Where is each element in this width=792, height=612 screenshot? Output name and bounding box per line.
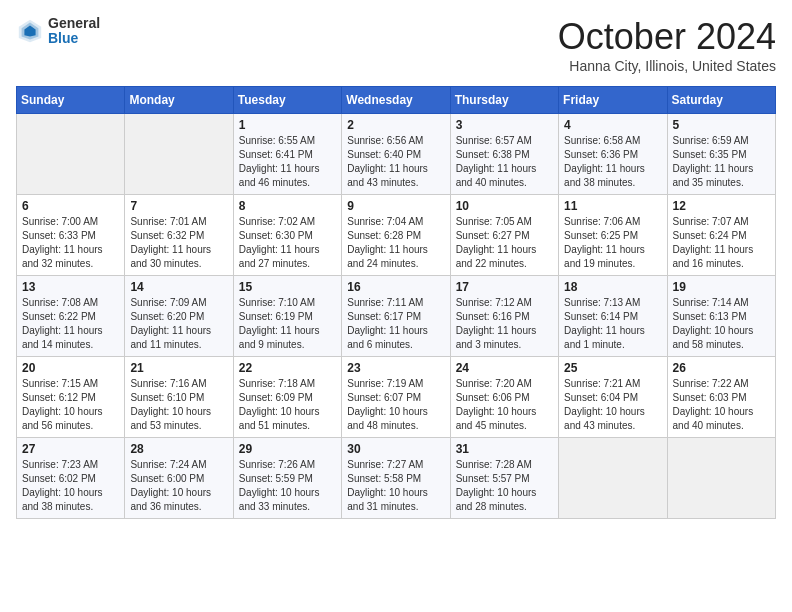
day-info: Sunrise: 7:21 AM Sunset: 6:04 PM Dayligh… bbox=[564, 377, 661, 433]
day-number: 12 bbox=[673, 199, 770, 213]
day-number: 28 bbox=[130, 442, 227, 456]
weekday-header-monday: Monday bbox=[125, 87, 233, 114]
calendar-cell bbox=[125, 114, 233, 195]
day-number: 27 bbox=[22, 442, 119, 456]
calendar-cell: 1Sunrise: 6:55 AM Sunset: 6:41 PM Daylig… bbox=[233, 114, 341, 195]
day-info: Sunrise: 7:22 AM Sunset: 6:03 PM Dayligh… bbox=[673, 377, 770, 433]
day-number: 20 bbox=[22, 361, 119, 375]
day-number: 26 bbox=[673, 361, 770, 375]
calendar-cell: 8Sunrise: 7:02 AM Sunset: 6:30 PM Daylig… bbox=[233, 195, 341, 276]
calendar-cell: 10Sunrise: 7:05 AM Sunset: 6:27 PM Dayli… bbox=[450, 195, 558, 276]
logo-icon bbox=[16, 17, 44, 45]
calendar-cell: 17Sunrise: 7:12 AM Sunset: 6:16 PM Dayli… bbox=[450, 276, 558, 357]
logo-general-text: General bbox=[48, 16, 100, 31]
logo: General Blue bbox=[16, 16, 100, 47]
calendar-cell: 29Sunrise: 7:26 AM Sunset: 5:59 PM Dayli… bbox=[233, 438, 341, 519]
logo-blue-text: Blue bbox=[48, 31, 100, 46]
day-info: Sunrise: 7:00 AM Sunset: 6:33 PM Dayligh… bbox=[22, 215, 119, 271]
calendar-cell: 2Sunrise: 6:56 AM Sunset: 6:40 PM Daylig… bbox=[342, 114, 450, 195]
calendar-week-4: 20Sunrise: 7:15 AM Sunset: 6:12 PM Dayli… bbox=[17, 357, 776, 438]
day-number: 17 bbox=[456, 280, 553, 294]
day-number: 29 bbox=[239, 442, 336, 456]
day-number: 14 bbox=[130, 280, 227, 294]
calendar-week-5: 27Sunrise: 7:23 AM Sunset: 6:02 PM Dayli… bbox=[17, 438, 776, 519]
day-info: Sunrise: 6:57 AM Sunset: 6:38 PM Dayligh… bbox=[456, 134, 553, 190]
weekday-header-saturday: Saturday bbox=[667, 87, 775, 114]
month-title: October 2024 bbox=[558, 16, 776, 58]
weekday-header-sunday: Sunday bbox=[17, 87, 125, 114]
day-info: Sunrise: 7:07 AM Sunset: 6:24 PM Dayligh… bbox=[673, 215, 770, 271]
calendar-cell: 4Sunrise: 6:58 AM Sunset: 6:36 PM Daylig… bbox=[559, 114, 667, 195]
day-number: 16 bbox=[347, 280, 444, 294]
calendar-cell: 20Sunrise: 7:15 AM Sunset: 6:12 PM Dayli… bbox=[17, 357, 125, 438]
calendar-cell: 22Sunrise: 7:18 AM Sunset: 6:09 PM Dayli… bbox=[233, 357, 341, 438]
day-number: 15 bbox=[239, 280, 336, 294]
day-info: Sunrise: 7:06 AM Sunset: 6:25 PM Dayligh… bbox=[564, 215, 661, 271]
day-info: Sunrise: 7:09 AM Sunset: 6:20 PM Dayligh… bbox=[130, 296, 227, 352]
day-info: Sunrise: 6:58 AM Sunset: 6:36 PM Dayligh… bbox=[564, 134, 661, 190]
calendar-cell: 23Sunrise: 7:19 AM Sunset: 6:07 PM Dayli… bbox=[342, 357, 450, 438]
day-info: Sunrise: 7:13 AM Sunset: 6:14 PM Dayligh… bbox=[564, 296, 661, 352]
day-number: 1 bbox=[239, 118, 336, 132]
calendar-cell bbox=[559, 438, 667, 519]
calendar-table: SundayMondayTuesdayWednesdayThursdayFrid… bbox=[16, 86, 776, 519]
calendar-cell: 28Sunrise: 7:24 AM Sunset: 6:00 PM Dayli… bbox=[125, 438, 233, 519]
day-number: 30 bbox=[347, 442, 444, 456]
day-info: Sunrise: 7:14 AM Sunset: 6:13 PM Dayligh… bbox=[673, 296, 770, 352]
day-info: Sunrise: 7:04 AM Sunset: 6:28 PM Dayligh… bbox=[347, 215, 444, 271]
day-number: 9 bbox=[347, 199, 444, 213]
day-number: 8 bbox=[239, 199, 336, 213]
calendar-cell: 3Sunrise: 6:57 AM Sunset: 6:38 PM Daylig… bbox=[450, 114, 558, 195]
day-info: Sunrise: 7:15 AM Sunset: 6:12 PM Dayligh… bbox=[22, 377, 119, 433]
calendar-cell: 15Sunrise: 7:10 AM Sunset: 6:19 PM Dayli… bbox=[233, 276, 341, 357]
page-header: General Blue October 2024 Hanna City, Il… bbox=[16, 16, 776, 74]
day-info: Sunrise: 7:08 AM Sunset: 6:22 PM Dayligh… bbox=[22, 296, 119, 352]
day-info: Sunrise: 7:27 AM Sunset: 5:58 PM Dayligh… bbox=[347, 458, 444, 514]
calendar-cell: 25Sunrise: 7:21 AM Sunset: 6:04 PM Dayli… bbox=[559, 357, 667, 438]
calendar-cell: 19Sunrise: 7:14 AM Sunset: 6:13 PM Dayli… bbox=[667, 276, 775, 357]
day-number: 25 bbox=[564, 361, 661, 375]
day-number: 13 bbox=[22, 280, 119, 294]
day-info: Sunrise: 7:02 AM Sunset: 6:30 PM Dayligh… bbox=[239, 215, 336, 271]
calendar-cell: 24Sunrise: 7:20 AM Sunset: 6:06 PM Dayli… bbox=[450, 357, 558, 438]
day-number: 23 bbox=[347, 361, 444, 375]
calendar-cell: 16Sunrise: 7:11 AM Sunset: 6:17 PM Dayli… bbox=[342, 276, 450, 357]
day-info: Sunrise: 7:05 AM Sunset: 6:27 PM Dayligh… bbox=[456, 215, 553, 271]
day-info: Sunrise: 7:18 AM Sunset: 6:09 PM Dayligh… bbox=[239, 377, 336, 433]
day-number: 24 bbox=[456, 361, 553, 375]
day-info: Sunrise: 7:16 AM Sunset: 6:10 PM Dayligh… bbox=[130, 377, 227, 433]
day-number: 22 bbox=[239, 361, 336, 375]
calendar-cell: 14Sunrise: 7:09 AM Sunset: 6:20 PM Dayli… bbox=[125, 276, 233, 357]
calendar-cell: 13Sunrise: 7:08 AM Sunset: 6:22 PM Dayli… bbox=[17, 276, 125, 357]
day-info: Sunrise: 6:56 AM Sunset: 6:40 PM Dayligh… bbox=[347, 134, 444, 190]
calendar-cell bbox=[17, 114, 125, 195]
day-number: 4 bbox=[564, 118, 661, 132]
day-info: Sunrise: 7:24 AM Sunset: 6:00 PM Dayligh… bbox=[130, 458, 227, 514]
calendar-cell: 27Sunrise: 7:23 AM Sunset: 6:02 PM Dayli… bbox=[17, 438, 125, 519]
calendar-cell bbox=[667, 438, 775, 519]
day-number: 11 bbox=[564, 199, 661, 213]
day-number: 6 bbox=[22, 199, 119, 213]
calendar-cell: 30Sunrise: 7:27 AM Sunset: 5:58 PM Dayli… bbox=[342, 438, 450, 519]
day-info: Sunrise: 6:55 AM Sunset: 6:41 PM Dayligh… bbox=[239, 134, 336, 190]
calendar-week-3: 13Sunrise: 7:08 AM Sunset: 6:22 PM Dayli… bbox=[17, 276, 776, 357]
day-info: Sunrise: 7:26 AM Sunset: 5:59 PM Dayligh… bbox=[239, 458, 336, 514]
day-info: Sunrise: 7:11 AM Sunset: 6:17 PM Dayligh… bbox=[347, 296, 444, 352]
calendar-cell: 26Sunrise: 7:22 AM Sunset: 6:03 PM Dayli… bbox=[667, 357, 775, 438]
logo-text: General Blue bbox=[48, 16, 100, 47]
calendar-header-row: SundayMondayTuesdayWednesdayThursdayFrid… bbox=[17, 87, 776, 114]
location-label: Hanna City, Illinois, United States bbox=[558, 58, 776, 74]
calendar-cell: 5Sunrise: 6:59 AM Sunset: 6:35 PM Daylig… bbox=[667, 114, 775, 195]
weekday-header-thursday: Thursday bbox=[450, 87, 558, 114]
calendar-cell: 9Sunrise: 7:04 AM Sunset: 6:28 PM Daylig… bbox=[342, 195, 450, 276]
calendar-cell: 31Sunrise: 7:28 AM Sunset: 5:57 PM Dayli… bbox=[450, 438, 558, 519]
weekday-header-tuesday: Tuesday bbox=[233, 87, 341, 114]
day-info: Sunrise: 7:01 AM Sunset: 6:32 PM Dayligh… bbox=[130, 215, 227, 271]
day-number: 7 bbox=[130, 199, 227, 213]
calendar-cell: 18Sunrise: 7:13 AM Sunset: 6:14 PM Dayli… bbox=[559, 276, 667, 357]
calendar-cell: 11Sunrise: 7:06 AM Sunset: 6:25 PM Dayli… bbox=[559, 195, 667, 276]
day-number: 31 bbox=[456, 442, 553, 456]
day-number: 10 bbox=[456, 199, 553, 213]
day-number: 18 bbox=[564, 280, 661, 294]
calendar-cell: 6Sunrise: 7:00 AM Sunset: 6:33 PM Daylig… bbox=[17, 195, 125, 276]
